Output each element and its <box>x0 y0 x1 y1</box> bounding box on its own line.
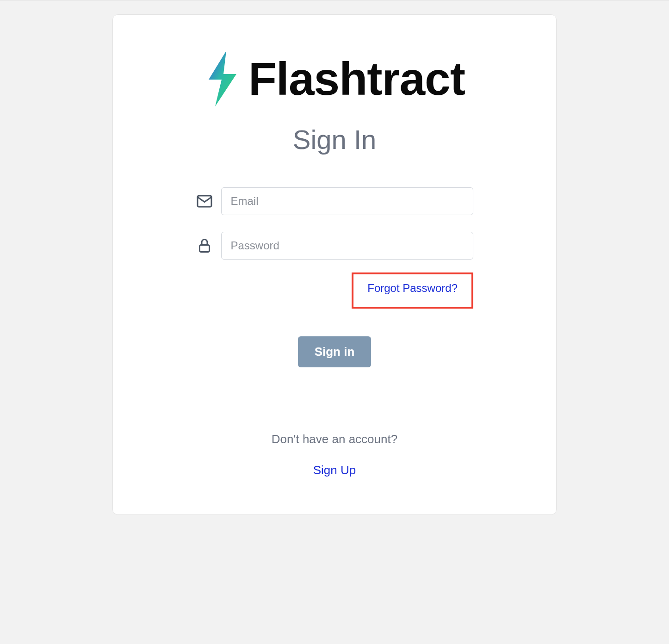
page-title: Sign In <box>293 124 377 155</box>
email-row <box>196 187 473 215</box>
no-account-text: Don't have an account? <box>272 432 397 446</box>
lock-icon <box>196 237 213 254</box>
brand-name: Flashtract <box>248 52 465 105</box>
password-row <box>196 232 473 260</box>
forgot-password-link[interactable]: Forgot Password? <box>367 282 458 294</box>
bolt-icon <box>204 51 240 106</box>
mail-icon <box>196 193 213 210</box>
email-input[interactable] <box>221 187 473 215</box>
password-input[interactable] <box>221 232 473 260</box>
svg-rect-1 <box>199 245 209 252</box>
signin-card: Flashtract Sign In Forgot Password? Sign… <box>112 14 557 515</box>
forgot-password-container: Forgot Password? <box>196 272 473 309</box>
brand-logo: Flashtract <box>204 51 465 106</box>
highlight-annotation: Forgot Password? <box>352 272 473 309</box>
signin-button[interactable]: Sign in <box>298 336 372 367</box>
signup-link[interactable]: Sign Up <box>313 463 356 477</box>
